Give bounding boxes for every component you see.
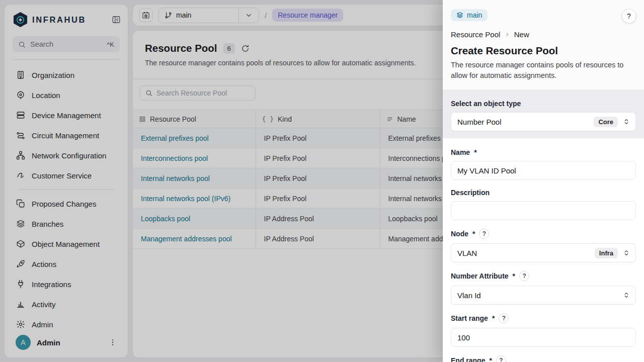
number-attribute-select[interactable]: Vlan Id [451, 286, 636, 305]
required-mark: * [492, 314, 495, 322]
drawer-description: The resource manager contains pools of r… [451, 60, 636, 80]
field-number-attribute: Number Attribute * ? Vlan Id [451, 271, 636, 305]
namespace-badge: Infra [595, 248, 618, 258]
field-end-range: End range * ? [451, 355, 636, 362]
chevrons-up-down-icon [622, 291, 630, 299]
node-value: VLAN [457, 249, 595, 257]
namespace-badge: Core [594, 117, 618, 127]
help-icon[interactable]: ? [496, 355, 506, 362]
required-mark: * [474, 148, 476, 156]
description-input[interactable] [457, 207, 630, 215]
number-attribute-value: Vlan Id [457, 291, 622, 300]
chevrons-up-down-icon [622, 118, 630, 126]
required-mark: * [489, 356, 492, 362]
chevron-right-icon: › [506, 30, 508, 39]
chevrons-up-down-icon [622, 249, 630, 257]
breadcrumb-new: New [514, 30, 529, 39]
help-icon[interactable]: ? [479, 229, 489, 239]
drawer-title: Create Resource Pool [451, 45, 636, 57]
object-type-label: Select an object type [451, 100, 636, 108]
required-mark: * [472, 230, 475, 238]
breadcrumb-resource-pool[interactable]: Resource Pool [451, 30, 500, 39]
node-select[interactable]: VLAN Infra [451, 243, 636, 262]
layers-icon [456, 12, 463, 19]
field-label: End range [451, 356, 485, 362]
branch-badge-label: main [467, 11, 482, 19]
create-form: Name * Description Node * ? VLAN I [443, 138, 644, 362]
field-label: Name [451, 148, 470, 156]
object-type-section: Select an object type Number Pool Core [443, 89, 644, 138]
field-label: Description [451, 189, 490, 197]
field-name: Name * [451, 148, 636, 180]
help-button[interactable]: ? [622, 9, 636, 23]
object-type-select[interactable]: Number Pool Core [451, 112, 636, 131]
field-label: Node [451, 230, 468, 238]
name-input[interactable] [457, 166, 630, 175]
field-label: Start range [451, 314, 488, 322]
object-type-value: Number Pool [457, 118, 594, 126]
drawer-breadcrumb: Resource Pool › New [451, 30, 636, 39]
field-start-range: Start range * ? [451, 313, 636, 347]
branch-badge: main [451, 9, 488, 21]
field-description: Description [451, 189, 636, 220]
create-resource-pool-drawer: main ? Resource Pool › New Create Resour… [443, 0, 644, 362]
help-icon[interactable]: ? [519, 271, 529, 281]
field-label: Number Attribute [451, 272, 509, 280]
field-node: Node * ? VLAN Infra [451, 229, 636, 262]
required-mark: * [513, 272, 515, 280]
start-range-input[interactable] [457, 333, 630, 342]
drawer-header: main ? Resource Pool › New Create Resour… [443, 0, 644, 89]
help-icon[interactable]: ? [499, 313, 509, 323]
